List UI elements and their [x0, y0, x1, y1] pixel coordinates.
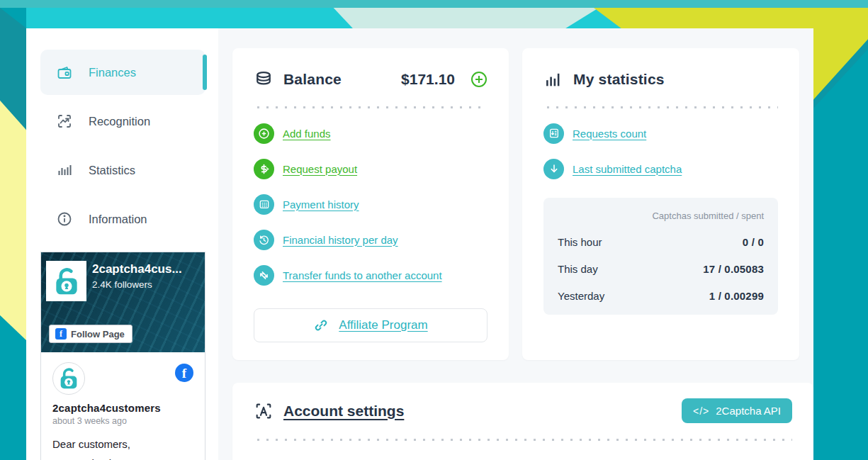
api-button-label: 2Captcha API — [716, 405, 781, 417]
down-arrow-icon — [543, 159, 564, 179]
stats-row-value: 0 / 0 — [743, 236, 764, 248]
stats-table-header: Captchas submitted / spent — [558, 208, 764, 228]
dotted-divider — [254, 439, 792, 441]
clock-history-icon — [254, 230, 274, 250]
balance-header: Balance $171.10 — [254, 65, 487, 94]
balance-title: Balance — [283, 71, 342, 88]
statistics-title: My statistics — [573, 71, 665, 88]
facebook-page-name[interactable]: 2captcha4cus... — [92, 262, 182, 276]
sidebar-item-label: Statistics — [89, 164, 135, 177]
account-settings-title[interactable]: Account settings — [283, 403, 404, 420]
background-left-stripe — [0, 8, 26, 460]
info-icon — [56, 211, 73, 228]
facebook-flag-icon: f — [55, 328, 67, 340]
table-row: Yesterday 1 / 0.00299 — [558, 282, 764, 309]
request-payout-link[interactable]: Request payout — [283, 163, 357, 175]
request-payout-link-row[interactable]: Request payout — [254, 151, 487, 186]
financial-history-link[interactable]: Financial history per day — [283, 234, 398, 246]
table-row: This hour 0 / 0 — [558, 228, 764, 255]
add-funds-plus-icon[interactable] — [470, 71, 487, 88]
add-funds-link[interactable]: Add funds — [283, 128, 331, 140]
stats-row-label: This hour — [558, 236, 602, 248]
stats-bars-icon — [543, 69, 563, 89]
account-settings-icon — [254, 401, 274, 421]
account-settings-header: Account settings </> 2Captcha API — [254, 398, 792, 423]
payment-history-link[interactable]: Payment history — [283, 198, 359, 211]
statistics-header: My statistics — [543, 65, 778, 94]
sidebar-item-recognition[interactable]: Recognition — [40, 99, 205, 144]
facebook-post-time: about 3 weeks ago — [52, 416, 193, 426]
facebook-followers: 2.4K followers — [92, 279, 152, 290]
facebook-post-author[interactable]: 2captcha4customers — [52, 402, 193, 414]
sidebar-item-label: Information — [89, 213, 147, 226]
statistics-card: My statistics Requests count — [522, 48, 799, 360]
facebook-post-text: We used to keep our rates — [52, 457, 193, 460]
table-row: This day 17 / 0.05083 — [558, 255, 764, 282]
recognition-icon — [56, 113, 73, 130]
last-submitted-link-row[interactable]: Last submitted captcha — [543, 151, 778, 186]
balance-amount: $171.10 — [401, 71, 455, 88]
requests-count-link-row[interactable]: Requests count — [543, 116, 778, 151]
2captcha-avatar — [52, 362, 85, 395]
facebook-icon[interactable]: f — [175, 364, 193, 382]
balance-card: Balance $171.10 — [232, 48, 509, 360]
requests-count-link[interactable]: Requests count — [573, 128, 646, 140]
dashboard-page: Finances Recognition — [26, 28, 813, 460]
follow-page-button[interactable]: f Follow Page — [49, 325, 133, 343]
facebook-post: f 2captcha4customers about 3 weeks ago D… — [41, 352, 205, 460]
requests-count-icon — [543, 123, 564, 144]
sidebar-item-statistics[interactable]: Statistics — [40, 147, 205, 193]
2captcha-logo — [46, 261, 86, 301]
main-content: Balance $171.10 — [218, 28, 813, 460]
transfer-arrows-icon — [254, 265, 274, 286]
calendar-icon — [254, 194, 274, 215]
sidebar-item-label: Recognition — [89, 115, 150, 128]
wallet-icon — [56, 64, 73, 81]
plus-circle-icon — [254, 123, 274, 144]
2captcha-api-button[interactable]: </> 2Captcha API — [682, 398, 792, 423]
add-funds-link-row[interactable]: Add funds — [254, 116, 487, 151]
facebook-page-widget: 2captcha4cus... 2.4K followers f Follow … — [40, 252, 205, 460]
transfer-funds-link-row[interactable]: Transfer funds to another account — [254, 257, 487, 293]
sidebar-item-label: Finances — [89, 66, 136, 79]
captcha-stats-table: Captchas submitted / spent This hour 0 /… — [543, 198, 778, 315]
affiliate-program-link[interactable]: Affiliate Program — [339, 318, 427, 332]
stats-row-value: 17 / 0.05083 — [703, 263, 764, 275]
link-chain-icon — [313, 318, 329, 333]
sidebar-item-finances[interactable]: Finances — [40, 50, 205, 95]
transfer-funds-link[interactable]: Transfer funds to another account — [283, 269, 442, 281]
facebook-post-text: Dear customers, — [52, 438, 193, 450]
facebook-cover: 2captcha4cus... 2.4K followers f Follow … — [41, 252, 205, 352]
coins-icon — [254, 69, 274, 89]
background-top-strip — [0, 0, 868, 8]
payment-history-link-row[interactable]: Payment history — [254, 186, 487, 222]
background-right-stripe — [813, 28, 868, 460]
sidebar-item-information[interactable]: Information — [40, 196, 205, 242]
code-icon: </> — [693, 405, 709, 417]
sidebar: Finances Recognition — [26, 28, 218, 460]
background-yellow-band — [594, 8, 868, 28]
stats-row-label: This day — [558, 263, 598, 275]
financial-history-link-row[interactable]: Financial history per day — [254, 222, 487, 257]
sidebar-nav: Finances Recognition — [26, 28, 218, 242]
stats-row-label: Yesterday — [558, 290, 604, 302]
last-submitted-captcha-link[interactable]: Last submitted captcha — [573, 163, 682, 175]
affiliate-program-box[interactable]: Affiliate Program — [254, 308, 487, 342]
account-settings-card: Account settings </> 2Captcha API — [232, 383, 813, 460]
dotted-divider — [543, 106, 778, 108]
background-cyan-band — [0, 8, 868, 28]
follow-page-label: Follow Page — [71, 329, 125, 340]
dollar-payout-icon — [254, 159, 274, 179]
background-mint-shape — [322, 8, 599, 28]
app-window: Finances Recognition — [0, 0, 868, 460]
dotted-divider — [254, 106, 487, 108]
stats-row-value: 1 / 0.00299 — [709, 290, 764, 302]
bar-chart-icon — [56, 162, 73, 179]
